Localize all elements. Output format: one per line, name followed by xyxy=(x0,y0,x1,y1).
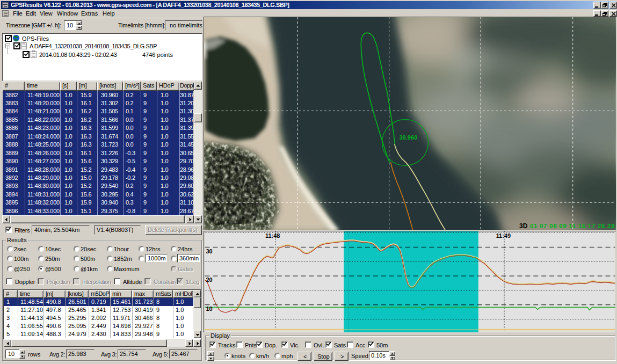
svg-text:20: 20 xyxy=(206,276,213,283)
svg-text:10: 10 xyxy=(206,305,213,312)
svg-text:30: 30 xyxy=(206,248,213,254)
svg-text:01 07 08 09 11 15 17 26 28: 01 07 08 09 11 15 17 26 28 xyxy=(530,223,615,229)
svg-text:11:49: 11:49 xyxy=(496,232,511,239)
svg-text:30.960: 30.960 xyxy=(400,134,418,141)
svg-text:11:48: 11:48 xyxy=(265,232,280,239)
svg-text:3D: 3D xyxy=(519,222,528,230)
